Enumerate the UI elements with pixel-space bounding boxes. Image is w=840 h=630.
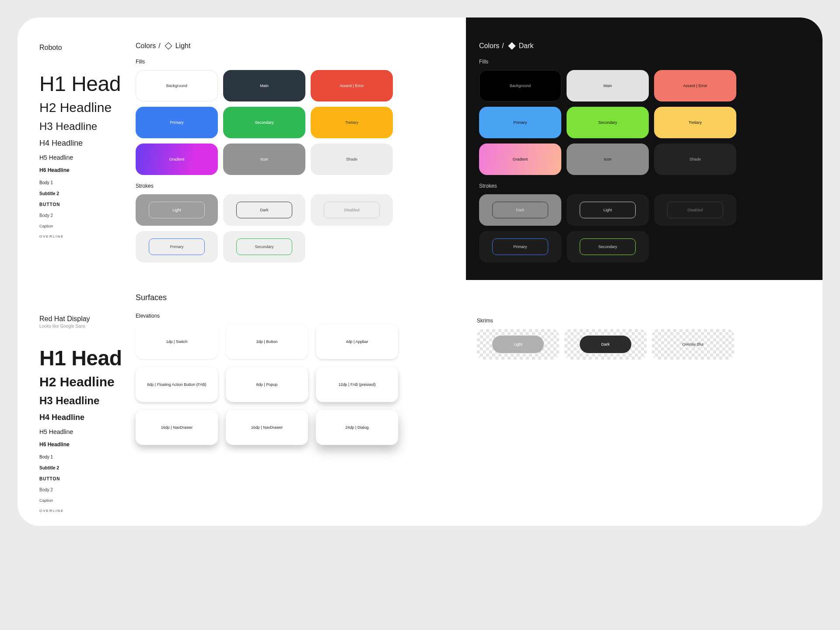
skrim-light: Light: [477, 329, 559, 360]
swatch-main: Main: [223, 70, 305, 102]
surfaces-panel: Surfaces Elevations 1dp | Switch 2dp | B…: [136, 289, 464, 513]
dark-strokes-grid: Dark Light Disabled Primary Secondary: [479, 194, 809, 262]
colors-dark-panel: Colors / Dark Fills Background Main Acce…: [466, 18, 822, 280]
light-strokes-grid: Light Dark Disabled Primary Secondary: [136, 194, 466, 262]
colors-light-panel: Colors / Light Fills Background Main Acc…: [136, 18, 466, 280]
elevation-6dp: 6dp | Floating Action Button (FAB): [136, 367, 218, 402]
label-dark: Dark: [519, 42, 534, 50]
elevation-4dp: 4dp | Appbar: [316, 324, 398, 359]
swatch-icon-dark: Icon: [567, 144, 649, 175]
skrim-overlay-blur: Overlay Blur: [652, 329, 734, 360]
swatch-secondary-dark: Secondary: [567, 107, 649, 138]
elevation-12dp: 12dp | FAB (pressed): [316, 367, 398, 402]
swatch-primary-dark: Primary: [479, 107, 561, 138]
elevation-16dp-a: 16dp | NavDrawer: [136, 410, 218, 445]
font-sub-redhat: Looks like Google Sans: [39, 324, 136, 329]
stroke-dark: Dark: [223, 194, 305, 226]
stroke-disabled: Disabled: [311, 194, 393, 226]
strokes-label: Strokes: [136, 183, 466, 189]
surfaces-title: Surfaces: [136, 293, 464, 302]
sample-h2: H2 Headline: [39, 100, 136, 115]
typography-roboto: Roboto H1 Head H2 Headline H3 Headline H…: [18, 18, 136, 280]
swatch-primary: Primary: [136, 107, 218, 138]
stroke-dark-d: Dark: [479, 194, 561, 226]
swatch-main-dark: Main: [567, 70, 649, 102]
sample-button-rh: BUTTON: [39, 476, 136, 481]
sample-h3-rh: H3 Headline: [39, 395, 136, 407]
sample-overline: OVERLINE: [39, 234, 136, 238]
stroke-secondary: Secondary: [223, 231, 305, 262]
sample-body2-rh: Body 2: [39, 487, 136, 492]
sample-h4: H4 Headline: [39, 139, 136, 148]
label-colors: Colors: [479, 42, 499, 50]
sample-h6-rh: H6 Headline: [39, 441, 136, 448]
swatch-gradient: Gradient: [136, 144, 218, 175]
sample-button: BUTTON: [39, 202, 136, 207]
swatch-background: Background: [136, 70, 218, 102]
diamond-outline-icon: [164, 42, 172, 50]
skrims-grid: Light Dark Overlay Blur: [477, 329, 805, 360]
swatch-accent: Accent | Error: [311, 70, 393, 102]
stroke-disabled-d: Disabled: [654, 194, 736, 226]
sample-subtitle2-rh: Subtitle 2: [39, 466, 136, 470]
separator: /: [502, 42, 504, 50]
sample-caption: Caption: [39, 224, 136, 228]
sample-subtitle2: Subtitle 2: [39, 191, 136, 196]
swatch-secondary: Secondary: [223, 107, 305, 138]
stroke-primary-d: Primary: [479, 231, 561, 262]
sample-h3: H3 Headline: [39, 120, 136, 133]
swatch-tretiary: Tretiary: [311, 107, 393, 138]
separator: /: [158, 42, 160, 50]
swatch-tretiary-dark: Tretiary: [654, 107, 736, 138]
font-name-roboto: Roboto: [39, 44, 136, 52]
elevation-24dp: 24dp | Dialog: [316, 410, 398, 445]
elevation-1dp: 1dp | Switch: [136, 324, 218, 359]
stroke-secondary-d: Secondary: [567, 231, 649, 262]
skrim-dark: Dark: [564, 329, 647, 360]
elevation-2dp: 2dp | Button: [226, 324, 308, 359]
design-system-sheet: Roboto H1 Head H2 Headline H3 Headline H…: [18, 18, 822, 526]
typography-redhat: Red Hat Display Looks like Google Sans H…: [18, 289, 136, 513]
elevations-label: Elevations: [136, 313, 464, 319]
sample-caption-rh: Caption: [39, 498, 136, 503]
sample-h5-rh: H5 Headline: [39, 428, 136, 435]
swatch-background-dark: Background: [479, 70, 561, 102]
fills-label-dark: Fills: [479, 59, 809, 65]
diamond-filled-icon: [508, 42, 515, 50]
sample-h1-rh: H1 Head: [39, 346, 136, 370]
dark-fills-grid: Background Main Accent | Error Primary S…: [479, 70, 809, 175]
sample-overline-rh: OVERLINE: [39, 509, 136, 513]
stroke-light: Light: [136, 194, 218, 226]
stroke-light-d: Light: [567, 194, 649, 226]
skrims-panel: Skrims Light Dark Overlay Blur: [464, 289, 822, 513]
sample-h5: H5 Headline: [39, 154, 136, 161]
strokes-label-dark: Strokes: [479, 183, 809, 189]
elevations-grid: 1dp | Switch 2dp | Button 4dp | Appbar 6…: [136, 324, 464, 445]
label-light: Light: [175, 42, 191, 50]
swatch-icon: Icon: [223, 144, 305, 175]
swatch-gradient-dark: Gradient: [479, 144, 561, 175]
colors-light-title: Colors / Light: [136, 42, 466, 50]
swatch-shade: Shade: [311, 144, 393, 175]
swatch-shade-dark: Shade: [654, 144, 736, 175]
colors-dark-title: Colors / Dark: [479, 42, 809, 50]
label-colors: Colors: [136, 42, 156, 50]
sample-h2-rh: H2 Headline: [39, 374, 136, 389]
fills-label: Fills: [136, 59, 466, 65]
sample-body1: Body 1: [39, 180, 136, 185]
elevation-8dp: 8dp | Popup: [226, 367, 308, 402]
skrims-label: Skrims: [477, 318, 805, 324]
sample-h1: H1 Head: [39, 72, 136, 96]
sample-h4-rh: H4 Headline: [39, 413, 136, 422]
elevation-16dp-b: 16dp | NavDrawer: [226, 410, 308, 445]
swatch-accent-dark: Accent | Error: [654, 70, 736, 102]
sample-h6: H6 Headline: [39, 167, 136, 173]
sample-body1-rh: Body 1: [39, 455, 136, 459]
font-name-redhat: Red Hat Display: [39, 315, 136, 323]
stroke-primary: Primary: [136, 231, 218, 262]
sample-body2: Body 2: [39, 213, 136, 218]
light-fills-grid: Background Main Accent | Error Primary S…: [136, 70, 466, 175]
